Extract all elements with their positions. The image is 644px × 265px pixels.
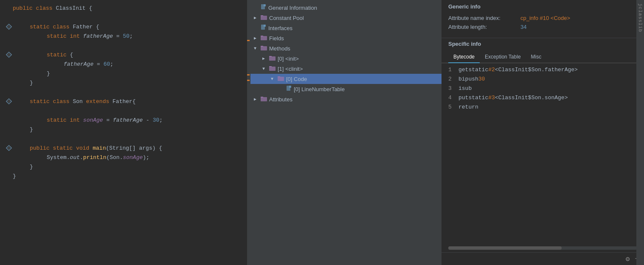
breakpoint-marker xyxy=(6,52,12,58)
tree-label-interfaces: Interfaces xyxy=(268,25,292,31)
svg-rect-11 xyxy=(269,56,272,57)
svg-rect-14 xyxy=(278,77,284,81)
cp-ref: cp_info #10 xyxy=(520,15,549,21)
token-method: println xyxy=(83,154,107,161)
token-plain: ; xyxy=(159,117,163,123)
bytecode-num: 3 xyxy=(448,85,455,92)
token-kw: public xyxy=(13,5,36,11)
bytecode-area: 1getstatic #2 <ClassInit$Son.fatherAge>2… xyxy=(442,63,644,246)
tree-panel: General Information▶ Constant Pool Inter… xyxy=(250,0,442,265)
token-plain: = xyxy=(113,33,123,39)
token-kw: static xyxy=(30,98,53,105)
code-text: static class Father { xyxy=(13,24,99,30)
attr-length-num: 34 xyxy=(520,24,526,30)
tree-item-code[interactable]: ▼ [0] Code xyxy=(250,74,442,84)
token-plain: String[] args) { xyxy=(109,145,162,151)
token-plain: } xyxy=(30,80,33,86)
token-num: 30 xyxy=(153,117,160,123)
token-kw: void xyxy=(76,145,93,151)
code-content: public class ClassInit {static class Fat… xyxy=(0,0,250,184)
token-kw: extends xyxy=(86,98,112,105)
tree-item-attributes[interactable]: ▶ Attributes xyxy=(250,94,442,104)
svg-rect-6 xyxy=(261,36,267,40)
token-var: sonAge xyxy=(123,154,143,161)
token-kw: static xyxy=(53,145,76,151)
side-tab-jclasslib[interactable]: jclasslib xyxy=(637,0,644,36)
bytecode-num: 4 xyxy=(448,95,455,101)
tab-exception-table[interactable]: Exception Table xyxy=(480,51,526,63)
tree-item-init[interactable]: ▶ [0] <init> xyxy=(250,53,442,64)
code-line xyxy=(5,106,250,115)
code-line: } xyxy=(5,171,250,181)
token-plain: ClassInit { xyxy=(56,5,92,11)
tree-item-interfaces[interactable]: Interfaces xyxy=(250,23,442,33)
folder-icon xyxy=(269,65,276,73)
tree-label-constant-pool: Constant Pool xyxy=(269,15,304,21)
scrollbar-thumb[interactable] xyxy=(448,246,562,250)
token-kw: static xyxy=(47,52,70,58)
tree-item-constant-pool[interactable]: ▶ Constant Pool xyxy=(250,13,442,23)
tree-arrow-clinit: ▼ xyxy=(262,67,269,71)
code-line: } xyxy=(5,162,250,171)
svg-rect-3 xyxy=(261,15,263,16)
gear-icon[interactable]: ⚙ xyxy=(626,255,630,263)
bytecode-line: 5return xyxy=(448,104,637,113)
info-attributes: Attribute name index: cp_info #10 <Code>… xyxy=(442,13,644,38)
tree-item-general-info[interactable]: General Information xyxy=(250,3,442,13)
token-plain: } xyxy=(47,70,50,77)
token-plain: Father{ xyxy=(112,98,136,105)
tree-item-methods[interactable]: ▼ Methods xyxy=(250,43,442,53)
tree-item-clinit[interactable]: ▼ [1] <clinit> xyxy=(250,64,442,74)
tree-arrow-attributes: ▶ xyxy=(254,97,261,102)
bytecode-instr: bipush xyxy=(458,76,478,82)
token-plain: ; xyxy=(110,61,113,67)
tree-item-linenumbertable[interactable]: [0] LineNumberTable xyxy=(250,84,442,94)
folder-icon xyxy=(261,14,267,22)
scroll-markers xyxy=(247,0,250,265)
token-plain: { xyxy=(70,52,73,58)
token-kw: int xyxy=(70,117,83,123)
svg-rect-18 xyxy=(261,97,267,101)
tree-label-linenumbertable: [0] LineNumberTable xyxy=(294,86,345,92)
svg-rect-9 xyxy=(261,46,263,47)
token-plain: (Son. xyxy=(106,154,123,161)
bytecode-num: 1 xyxy=(448,67,455,73)
scrollbar-area[interactable] xyxy=(448,246,637,250)
token-plain: } xyxy=(13,173,16,179)
token-kw: static xyxy=(30,24,53,30)
tab-bytecode[interactable]: Bytecode xyxy=(448,51,480,63)
code-line xyxy=(5,134,250,143)
svg-rect-8 xyxy=(261,46,267,50)
token-var: sonAge xyxy=(83,117,103,123)
gutter-marker xyxy=(5,146,13,150)
folder-icon xyxy=(278,75,284,83)
code-line xyxy=(5,13,250,22)
svg-rect-1 xyxy=(264,4,266,6)
bytecode-ref: #2 xyxy=(488,67,495,73)
code-text: fatherAge = 60; xyxy=(13,61,113,67)
code-line: } xyxy=(5,125,250,134)
code-line: static int sonAge = fatherAge - 30; xyxy=(5,115,250,125)
token-italic: out xyxy=(70,154,80,161)
tree-label-general-info: General Information xyxy=(268,5,317,11)
bytecode-line: 3isub xyxy=(448,85,637,95)
tree-item-fields[interactable]: ▶ Fields xyxy=(250,33,442,43)
tree-label-fields: Fields xyxy=(269,35,284,42)
tree-arrow-constant-pool: ▶ xyxy=(254,15,261,20)
folder-icon xyxy=(261,96,267,103)
code-line: fatherAge = 60; xyxy=(5,59,250,69)
tree-label-clinit: [1] <clinit> xyxy=(278,66,303,72)
code-text: static int sonAge = fatherAge - 30; xyxy=(13,117,163,123)
side-tab-bar: jclasslib xyxy=(636,0,644,265)
tabs-bar: BytecodeException TableMisc xyxy=(442,51,644,63)
bytecode-num: 5 xyxy=(448,104,455,110)
tab-misc[interactable]: Misc xyxy=(526,51,547,63)
attr-name-label: Attribute name index: xyxy=(448,15,520,21)
token-italic: fatherAge xyxy=(113,117,143,123)
code-line: static int fatherAge = 50; xyxy=(5,31,250,41)
gutter-marker xyxy=(5,99,13,103)
code-text: } xyxy=(13,80,33,86)
gutter-marker xyxy=(5,53,13,57)
breakpoint-marker xyxy=(6,145,12,151)
svg-rect-12 xyxy=(269,67,276,71)
